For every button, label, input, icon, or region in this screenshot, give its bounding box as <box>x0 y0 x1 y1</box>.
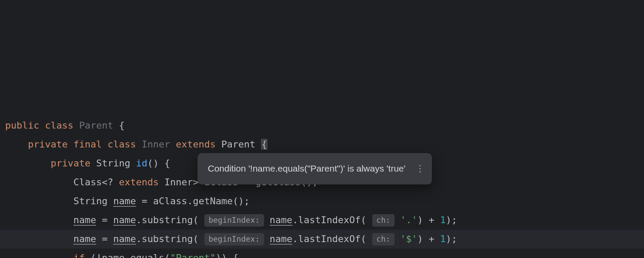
code-line[interactable]: public class Parent { <box>5 120 125 131</box>
code-line[interactable]: private final class Inner extends Parent… <box>5 139 267 150</box>
parameter-hint: beginIndex: <box>204 214 264 227</box>
code-line[interactable]: private String id() { <box>5 158 170 169</box>
code-line[interactable]: name = name.substring( beginIndex: name.… <box>5 233 457 244</box>
parameter-hint: ch: <box>372 214 395 227</box>
code-line[interactable]: name = name.substring( beginIndex: name.… <box>5 215 457 225</box>
inspection-tooltip[interactable]: Condition '!name.equals("Parent")' is al… <box>197 153 432 184</box>
more-actions-icon[interactable] <box>418 163 422 174</box>
code-editor[interactable]: public class Parent { private final clas… <box>0 0 644 258</box>
parameter-hint: ch: <box>372 233 395 246</box>
matched-brace: { <box>261 139 267 150</box>
inspection-warning-range[interactable]: !name.equals("Parent") <box>96 252 221 258</box>
code-line[interactable]: if (!name.equals("Parent")) { <box>5 252 238 258</box>
code-line[interactable]: String name = aClass.getName(); <box>5 196 250 206</box>
parameter-hint: beginIndex: <box>204 233 264 246</box>
inspection-message: Condition '!name.equals("Parent")' is al… <box>208 159 406 178</box>
